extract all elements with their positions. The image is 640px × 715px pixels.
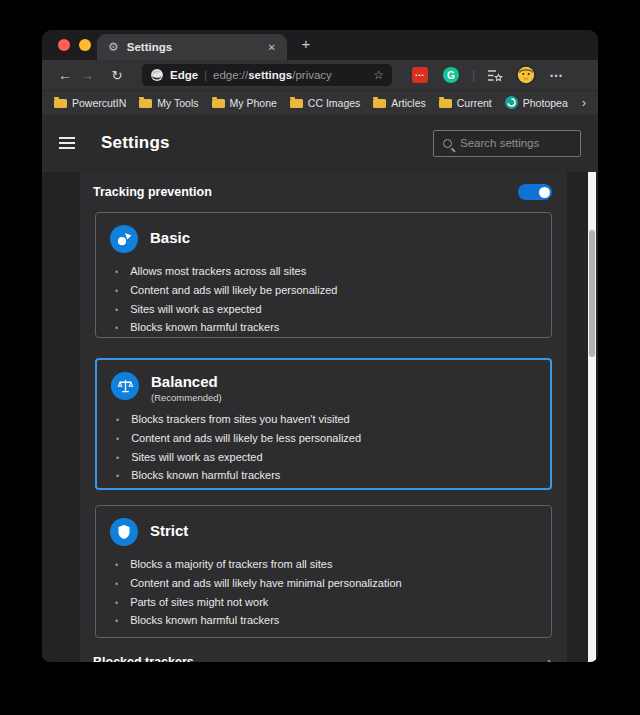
bullet-text: Sites will work as expected (130, 303, 261, 315)
list-item: Blocks trackers from sites you haven't v… (116, 410, 536, 429)
blocked-trackers-label: Blocked trackers (93, 655, 194, 662)
bullet-text: Blocks a majority of trackers from all s… (130, 558, 332, 570)
search-icon (443, 139, 452, 148)
gear-icon: ⚙ (108, 40, 119, 54)
address-bar[interactable]: Edge | edge://settings/privacy ☆ (142, 64, 392, 86)
scrollbar-track[interactable] (588, 172, 596, 662)
bullet-text: Blocks known harmful trackers (130, 321, 279, 333)
folder-icon (373, 99, 386, 108)
scrollbar-thumb[interactable] (589, 230, 595, 357)
bookmark-item[interactable]: Current (439, 97, 492, 109)
list-item: Sites will work as expected (116, 447, 536, 466)
close-tab-icon[interactable]: ✕ (268, 42, 276, 53)
card-bullets: Blocks trackers from sites you haven't v… (97, 410, 550, 485)
bookmark-item[interactable]: Articles (373, 97, 425, 109)
url-path: /privacy (292, 69, 332, 81)
chevron-right-icon: › (547, 654, 552, 662)
folder-icon (439, 99, 452, 108)
card-title: Balanced (151, 373, 222, 390)
option-card-balanced[interactable]: Balanced (Recommended) Blocks trackers f… (95, 358, 552, 490)
folder-icon (290, 99, 303, 108)
settings-header: Settings (42, 114, 598, 172)
list-item: Parts of sites might not work (115, 592, 537, 611)
card-title: Strict (150, 522, 188, 539)
url-host: settings (248, 69, 292, 81)
folder-icon (54, 99, 67, 108)
more-menu-button[interactable]: ⋯ (549, 67, 563, 83)
site-badge: Edge (170, 69, 198, 81)
grammarly-extension-icon[interactable]: G (443, 67, 459, 83)
bullet-text: Blocks known harmful trackers (130, 614, 279, 626)
card-bullets: Allows most trackers across all sites Co… (96, 262, 551, 337)
bullet-icon (115, 614, 118, 626)
search-box[interactable] (433, 130, 581, 157)
list-item: Blocks known harmful trackers (115, 318, 537, 337)
section-title: Tracking prevention (93, 185, 212, 199)
edge-logo-icon (150, 68, 164, 82)
new-tab-button[interactable]: + (296, 35, 316, 52)
forward-button[interactable]: → (76, 67, 98, 83)
card-head: Balanced (Recommended) (97, 360, 550, 403)
profile-avatar[interactable] (516, 65, 536, 85)
card-head: Strict (96, 506, 551, 546)
toolbar: ← → ↻ Edge | edge://settings/privacy ☆ •… (42, 60, 598, 90)
tracking-prevention-toggle[interactable] (518, 184, 552, 200)
bullet-icon (116, 413, 119, 425)
option-card-strict[interactable]: Strict Blocks a majority of trackers fro… (95, 505, 552, 638)
bullet-icon (115, 596, 118, 608)
bullet-icon (115, 303, 118, 315)
toggle-knob (539, 187, 550, 198)
url-text: edge://settings/privacy (213, 69, 332, 81)
bullet-icon (115, 558, 118, 570)
bullet-icon (116, 451, 119, 463)
back-button[interactable]: ← (54, 67, 76, 83)
extension-red-icon[interactable]: ••• (412, 67, 428, 83)
blocked-trackers-row[interactable]: Blocked trackers › (93, 648, 552, 662)
shapes-icon (110, 225, 138, 253)
bookmark-item[interactable]: My Tools (139, 97, 198, 109)
refresh-button[interactable]: ↻ (106, 68, 128, 83)
bookmark-label: Photopea (523, 97, 568, 109)
option-card-basic[interactable]: Basic Allows most trackers across all si… (95, 212, 552, 338)
search-input[interactable] (460, 137, 571, 149)
menu-icon[interactable] (59, 137, 75, 149)
toolbar-divider: | (472, 68, 475, 82)
bullet-text: Content and ads will likely be less pers… (131, 432, 361, 444)
bookmarks-overflow-chevron[interactable]: › (582, 95, 586, 110)
bullet-text: Allows most trackers across all sites (130, 265, 306, 277)
list-item: Blocks known harmful trackers (116, 466, 536, 485)
bookmark-item-photopea[interactable]: Photopea (505, 96, 568, 109)
shield-icon (110, 518, 138, 546)
bookmark-item[interactable]: My Phone (212, 97, 277, 109)
tab-settings[interactable]: ⚙ Settings ✕ (97, 34, 287, 60)
card-subtitle: (Recommended) (151, 392, 222, 403)
tab-title: Settings (127, 41, 268, 53)
bookmark-item[interactable]: CC Images (290, 97, 361, 109)
bullet-icon (115, 321, 118, 333)
bullet-text: Parts of sites might not work (130, 596, 268, 608)
bullet-icon (115, 284, 118, 296)
settings-column: Tracking prevention Basic (80, 172, 567, 662)
bullet-icon (116, 432, 119, 444)
list-item: Blocks a majority of trackers from all s… (115, 555, 537, 574)
bookmarks-bar: PowercutIN My Tools My Phone CC Images A… (42, 90, 598, 114)
folder-icon (212, 99, 225, 108)
list-item: Content and ads will likely be personali… (115, 281, 537, 300)
minimize-window-button[interactable] (79, 39, 91, 51)
list-item: Allows most trackers across all sites (115, 262, 537, 281)
bullet-text: Blocks trackers from sites you haven't v… (131, 413, 350, 425)
list-item: Content and ads will likely have minimal… (115, 574, 537, 593)
photopea-icon (505, 96, 518, 109)
bookmark-label: Articles (391, 97, 425, 109)
favorite-star-icon[interactable]: ☆ (373, 68, 384, 82)
url-prefix: edge:// (213, 69, 248, 81)
close-window-button[interactable] (58, 39, 70, 51)
card-bullets: Blocks a majority of trackers from all s… (96, 555, 551, 630)
url-divider: | (204, 69, 207, 81)
bullet-text: Sites will work as expected (131, 451, 262, 463)
bookmark-item[interactable]: PowercutIN (54, 97, 126, 109)
tracking-prevention-row: Tracking prevention (93, 180, 552, 204)
favorites-hub-icon[interactable] (487, 68, 503, 83)
bookmark-label: My Tools (157, 97, 198, 109)
bullet-text: Content and ads will likely be personali… (130, 284, 337, 296)
